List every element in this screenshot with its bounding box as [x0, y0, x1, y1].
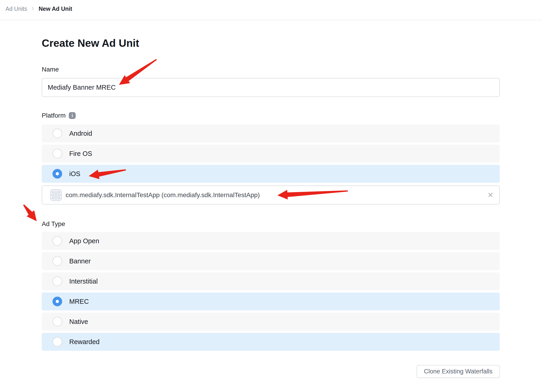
name-label: Name — [42, 66, 500, 73]
radio-icon[interactable] — [53, 256, 62, 266]
ad-type-option-banner[interactable]: Banner — [42, 252, 500, 270]
name-input[interactable] — [42, 78, 500, 97]
radio-icon[interactable] — [53, 317, 62, 327]
radio-icon[interactable] — [53, 129, 62, 138]
breadcrumb-chevron-icon — [30, 6, 35, 11]
ad-type-option-interstitial[interactable]: Interstitial — [42, 272, 500, 290]
clear-app-icon[interactable]: ✕ — [488, 192, 493, 199]
ad-type-option-app-open[interactable]: App Open — [42, 232, 500, 250]
platform-label: Platform — [42, 112, 65, 119]
ad-type-options: App Open Banner Interstitial MREC Native… — [42, 232, 500, 351]
app-selector[interactable]: com.mediafy.sdk.InternalTestApp (com.med… — [42, 185, 500, 204]
radio-icon[interactable] — [53, 236, 62, 246]
breadcrumb-ad-units-link[interactable]: Ad Units — [5, 5, 27, 12]
breadcrumb: Ad Units New Ad Unit — [0, 0, 542, 20]
ad-type-option-rewarded[interactable]: Rewarded — [42, 333, 500, 351]
info-icon[interactable]: i — [69, 112, 76, 119]
app-placeholder-icon — [50, 189, 62, 201]
platform-option-ios[interactable]: iOS — [42, 165, 500, 183]
platform-options: Android Fire OS iOS — [42, 124, 500, 183]
ad-type-option-mrec[interactable]: MREC — [42, 293, 500, 310]
page-title: Create New Ad Unit — [42, 38, 500, 48]
platform-label-row: Platform i — [42, 112, 500, 119]
app-selector-value: com.mediafy.sdk.InternalTestApp (com.med… — [65, 191, 260, 199]
radio-icon[interactable] — [53, 149, 62, 158]
ad-type-option-native[interactable]: Native — [42, 313, 500, 331]
radio-icon[interactable] — [53, 337, 62, 347]
clone-existing-waterfalls-button[interactable]: Clone Existing Waterfalls — [417, 365, 500, 378]
radio-icon[interactable] — [53, 297, 62, 306]
create-ad-unit-form: Create New Ad Unit Name Platform i Andro… — [0, 38, 542, 378]
radio-icon[interactable] — [53, 169, 62, 179]
platform-option-android[interactable]: Android — [42, 124, 500, 142]
breadcrumb-current-page: New Ad Unit — [38, 5, 72, 12]
ad-type-label: Ad Type — [42, 220, 500, 227]
footer-actions: Clone Existing Waterfalls — [42, 365, 500, 378]
radio-icon[interactable] — [53, 276, 62, 286]
platform-option-fire-os[interactable]: Fire OS — [42, 145, 500, 162]
